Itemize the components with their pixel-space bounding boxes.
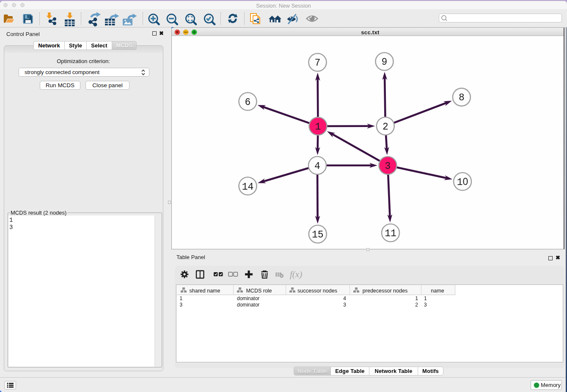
svg-text:predecessor nodes: predecessor nodes: [363, 287, 407, 293]
svg-text:8: 8: [458, 92, 464, 103]
svg-text:1: 1: [315, 121, 321, 133]
svg-text:10: 10: [457, 176, 468, 188]
svg-text:6: 6: [245, 97, 250, 108]
svg-text:f(x): f(x): [290, 269, 302, 279]
svg-text:9: 9: [381, 57, 387, 68]
svg-text:name: name: [431, 287, 444, 293]
svg-text:11: 11: [385, 228, 396, 239]
svg-text:successor nodes: successor nodes: [297, 287, 337, 293]
svg-text:MCDS role: MCDS role: [246, 287, 272, 293]
svg-text:14: 14: [242, 181, 253, 192]
svg-text:4: 4: [314, 160, 320, 171]
svg-text:7: 7: [314, 58, 320, 69]
svg-text:2: 2: [382, 121, 388, 132]
svg-text:15: 15: [311, 229, 323, 240]
svg-text:shared name: shared name: [190, 287, 220, 293]
svg-text:3: 3: [385, 160, 391, 171]
